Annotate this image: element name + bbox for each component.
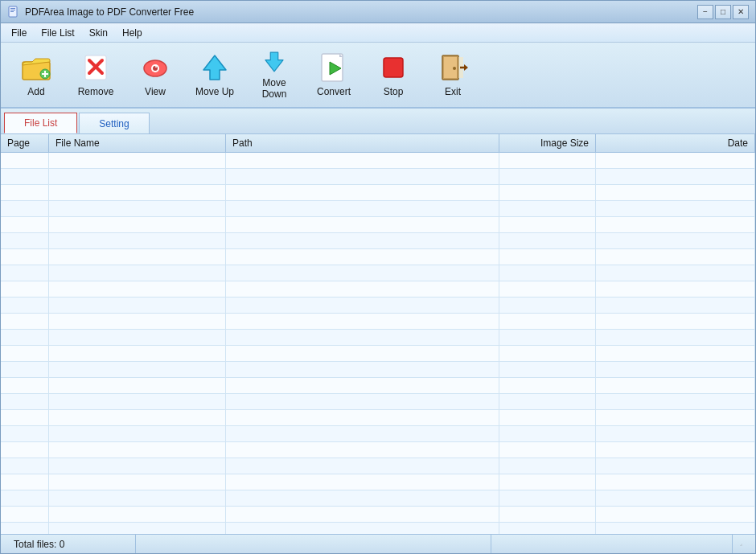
maximize-button[interactable]: □	[715, 5, 731, 19]
table-row[interactable]	[1, 330, 755, 346]
table-row[interactable]	[1, 298, 755, 314]
svg-rect-1	[10, 8, 15, 9]
table-row[interactable]	[1, 233, 755, 249]
add-label: Add	[27, 86, 44, 97]
table-row[interactable]	[1, 217, 755, 233]
table-cell	[1, 185, 49, 200]
table-cell	[499, 298, 596, 313]
table-cell	[49, 281, 226, 297]
table-cell	[226, 201, 499, 216]
table-row[interactable]	[1, 169, 755, 185]
table-cell	[1, 249, 49, 265]
status-segment-3	[491, 535, 733, 553]
table-row[interactable]	[1, 507, 755, 523]
add-button[interactable]: Add	[7, 46, 65, 104]
table-cell	[1, 281, 49, 297]
table-row[interactable]	[1, 378, 755, 394]
menu-skin[interactable]: Skin	[82, 24, 115, 42]
table-cell	[49, 490, 226, 506]
table-row[interactable]	[1, 265, 755, 281]
table-cell	[1, 362, 49, 377]
table-cell	[499, 410, 596, 425]
move-up-button[interactable]: Move Up	[186, 46, 244, 104]
table-cell	[596, 314, 755, 329]
file-table[interactable]: Page File Name Path Image Size Date	[1, 134, 755, 534]
table-cell	[596, 490, 755, 506]
resize-handle[interactable]	[733, 535, 749, 553]
exit-button[interactable]: Exit	[424, 46, 482, 104]
table-cell	[499, 330, 596, 345]
table-row[interactable]	[1, 362, 755, 378]
menu-help[interactable]: Help	[115, 24, 150, 42]
table-cell	[226, 410, 499, 425]
view-label: View	[145, 86, 166, 97]
table-row[interactable]	[1, 281, 755, 298]
table-cell	[499, 362, 596, 377]
add-icon	[19, 52, 53, 83]
table-cell	[226, 169, 499, 184]
table-cell	[49, 426, 226, 441]
table-cell	[499, 217, 596, 232]
view-icon	[138, 52, 172, 83]
table-row[interactable]	[1, 346, 755, 362]
resize-icon	[739, 540, 742, 549]
table-cell	[226, 523, 499, 534]
table-cell	[1, 426, 49, 441]
tab-file-list[interactable]: File List	[4, 113, 77, 133]
table-header: Page File Name Path Image Size Date	[1, 134, 755, 153]
col-header-path: Path	[226, 134, 499, 152]
table-row[interactable]	[1, 442, 755, 458]
table-cell	[499, 442, 596, 458]
table-row[interactable]	[1, 474, 755, 490]
table-row[interactable]	[1, 185, 755, 201]
remove-button[interactable]: Remove	[67, 46, 125, 104]
table-cell	[49, 217, 226, 232]
tab-setting[interactable]: Setting	[79, 113, 149, 133]
svg-marker-15	[203, 55, 226, 80]
table-cell	[226, 362, 499, 377]
table-row[interactable]	[1, 410, 755, 426]
table-row[interactable]	[1, 153, 755, 169]
title-text: PDFArea Image to PDF Converter Free	[25, 6, 194, 18]
table-row[interactable]	[1, 314, 755, 330]
minimize-button[interactable]: −	[697, 5, 713, 19]
view-button[interactable]: View	[126, 46, 184, 104]
svg-marker-16	[265, 52, 283, 72]
table-cell	[226, 314, 499, 329]
table-cell	[499, 281, 596, 297]
table-cell	[49, 265, 226, 281]
table-cell	[499, 394, 596, 409]
table-row[interactable]	[1, 201, 755, 217]
close-button[interactable]: ✕	[733, 5, 749, 19]
table-row[interactable]	[1, 458, 755, 474]
table-row[interactable]	[1, 490, 755, 507]
table-body	[1, 153, 755, 534]
menu-file[interactable]: File	[4, 24, 34, 42]
table-cell	[596, 458, 755, 474]
stop-button[interactable]: Stop	[364, 46, 422, 104]
table-cell	[596, 442, 755, 458]
convert-button[interactable]: Convert	[305, 46, 363, 104]
table-cell	[499, 426, 596, 441]
svg-line-26	[740, 544, 742, 546]
table-cell	[49, 507, 226, 522]
table-cell	[499, 314, 596, 329]
table-cell	[596, 346, 755, 361]
move-down-button[interactable]: Move Down	[245, 46, 303, 104]
table-row[interactable]	[1, 394, 755, 410]
table-cell	[596, 185, 755, 200]
table-cell	[49, 362, 226, 377]
table-row[interactable]	[1, 523, 755, 534]
status-total-files: Total files: 0	[7, 535, 136, 553]
table-cell	[49, 185, 226, 200]
menu-file-list[interactable]: File List	[34, 24, 81, 42]
table-row[interactable]	[1, 249, 755, 265]
table-cell	[499, 490, 596, 506]
title-bar-left: PDFArea Image to PDF Converter Free	[7, 6, 194, 18]
table-row[interactable]	[1, 426, 755, 442]
table-cell	[596, 362, 755, 377]
svg-rect-19	[384, 58, 403, 77]
table-cell	[226, 346, 499, 361]
col-header-page: Page	[1, 134, 49, 152]
toolbar: Add Remove View	[1, 43, 755, 109]
